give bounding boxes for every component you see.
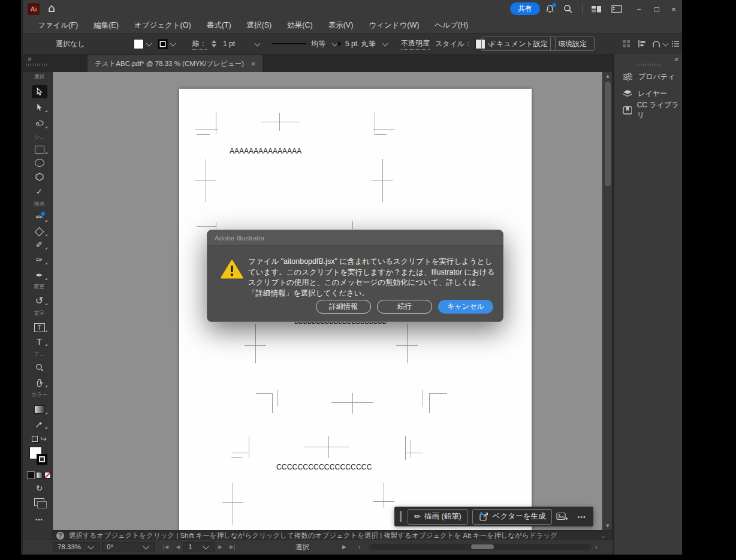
type-tool[interactable]: T	[26, 334, 53, 348]
scroll-down-icon[interactable]: ▼	[603, 523, 613, 528]
menu-edit[interactable]: 編集(E)	[86, 20, 126, 31]
vertical-scrollbar[interactable]: ▲ ▼	[602, 72, 613, 530]
prev-artboard-icon[interactable]: ◀	[176, 544, 180, 550]
notifications-bell-icon[interactable]	[545, 4, 554, 16]
continue-button[interactable]: 続行	[377, 300, 432, 314]
maximize-button[interactable]: □	[648, 0, 665, 18]
screen-mode-icon[interactable]	[26, 495, 53, 509]
menu-type[interactable]: 書式(T)	[199, 20, 239, 31]
artboard-text-a[interactable]: AAAAAAAAAAAAAAA	[230, 147, 301, 155]
eyedropper-tool[interactable]	[26, 417, 53, 431]
paintbrush-tool[interactable]: ✐	[26, 237, 53, 252]
align-objects-icon[interactable]	[638, 34, 646, 54]
direct-selection-tool[interactable]	[26, 100, 53, 115]
none-swatch-icon[interactable]	[44, 472, 51, 478]
zoom-level-select[interactable]: 78.33%	[53, 542, 99, 552]
help-icon[interactable]: ?	[56, 532, 64, 540]
rectangle-tool[interactable]	[26, 142, 53, 156]
edit-toolbar-icon[interactable]: •••	[26, 513, 53, 527]
app-icon-ai[interactable]: Ai	[28, 3, 40, 15]
scroll-left-icon[interactable]: ‹	[358, 540, 361, 553]
scroll-up-icon[interactable]: ▲	[603, 74, 613, 79]
last-artboard-icon[interactable]: ▶|	[230, 544, 235, 550]
hand-tool[interactable]	[26, 375, 53, 390]
hint-collapse-icon[interactable]: ⌄	[601, 532, 606, 539]
ellipse-tool[interactable]	[26, 155, 53, 170]
pencil-tool[interactable]: ✏	[26, 210, 53, 224]
dock-collapse-icon[interactable]: «	[674, 55, 678, 64]
tools-collapse-icon[interactable]: »	[28, 55, 32, 63]
search-icon[interactable]	[563, 4, 573, 16]
draw-mode-icon[interactable]: ↻	[26, 481, 53, 495]
align-grid-icon[interactable]	[622, 34, 631, 54]
fill-stroke-indicator[interactable]	[29, 447, 50, 467]
status-flyout-icon[interactable]: ▶	[342, 540, 346, 553]
swap-fill-stroke-icon[interactable]: ↪	[26, 432, 53, 446]
menu-help[interactable]: ヘルプ(H)	[427, 20, 476, 31]
opacity-link[interactable]: 不透明度	[401, 38, 430, 50]
shaper-tool[interactable]: ✓	[26, 184, 53, 198]
panel-tab-properties[interactable]: プロパティ	[614, 68, 682, 85]
cancel-button[interactable]: キャンセル	[438, 300, 493, 314]
stroke-width-dropdown-icon[interactable]	[255, 40, 261, 46]
details-button[interactable]: 詳細情報	[316, 300, 371, 314]
fill-dropdown-icon[interactable]	[146, 40, 152, 46]
menu-select[interactable]: 選択(S)	[239, 20, 280, 31]
polygon-tool[interactable]	[26, 170, 53, 184]
stroke-color-swatch[interactable]	[158, 39, 168, 49]
rotate-tool[interactable]: ↺	[26, 293, 53, 308]
scroll-right-icon[interactable]: ›	[595, 540, 598, 553]
menu-object[interactable]: オブジェクト(O)	[126, 20, 199, 31]
taskbar-grip[interactable]	[400, 511, 402, 522]
stroke-width-stepper[interactable]	[212, 40, 216, 47]
menu-effect[interactable]: 効果(C)	[279, 20, 320, 31]
share-button[interactable]: 共有	[510, 2, 540, 15]
brush-field[interactable]: 5 pt. 丸筆	[333, 38, 380, 50]
stroke-dropdown-icon[interactable]	[170, 40, 176, 46]
document-setup-button[interactable]: ドキュメント設定	[481, 37, 556, 51]
gradient-tool[interactable]	[26, 402, 53, 417]
rotation-select[interactable]: 0°	[102, 542, 155, 552]
corner-options-icon[interactable]	[652, 34, 669, 54]
control-panel-menu-icon[interactable]	[671, 34, 680, 54]
gradient-swatch-icon[interactable]	[36, 472, 43, 478]
minimize-button[interactable]: −	[631, 0, 647, 18]
document-tab[interactable]: テストABC.pdf* @ 78.33 % (CMYK/プレビュー) ×	[88, 55, 263, 72]
first-artboard-icon[interactable]: |◀	[163, 544, 168, 550]
selection-tool[interactable]	[26, 85, 53, 99]
color-swatch-icon[interactable]	[28, 472, 34, 478]
fill-color-swatch[interactable]	[134, 39, 144, 49]
home-icon[interactable]: ⌂	[48, 1, 55, 14]
menu-view[interactable]: 表示(V)	[321, 20, 361, 31]
panel-layout-icon[interactable]	[611, 5, 622, 16]
workspace-layout-icon[interactable]	[591, 5, 602, 16]
generate-image-icon[interactable]	[556, 512, 569, 521]
menu-window[interactable]: ウィンドウ(W)	[361, 20, 427, 31]
stroke-width-value[interactable]: 1 pt	[219, 38, 252, 50]
tab-close-icon[interactable]: ×	[251, 59, 256, 68]
dock-grip[interactable]	[636, 64, 661, 66]
vertical-scroll-thumb[interactable]	[605, 82, 611, 186]
panel-tab-cc-libraries[interactable]: CC ライブラリ	[614, 102, 682, 119]
preferences-button[interactable]: 環境設定	[550, 37, 595, 51]
width-profile-field[interactable]: 均等	[267, 38, 330, 50]
taskbar-more-icon[interactable]: •••	[577, 513, 586, 520]
tools-grip[interactable]	[26, 64, 47, 66]
horizontal-scrollbar[interactable]	[369, 544, 591, 550]
brush-dropdown-icon[interactable]	[382, 40, 388, 46]
color-type-toggle[interactable]	[26, 471, 53, 479]
stroke-swatch[interactable]	[37, 454, 47, 465]
pen-tool[interactable]: ✒	[26, 268, 53, 282]
generate-vectors-button[interactable]: ベクターを生成	[472, 509, 553, 525]
draw-pencil-button[interactable]: ✏ 描画 (鉛筆)	[408, 509, 468, 525]
touch-type-tool[interactable]: T	[26, 320, 53, 335]
eraser-tool[interactable]	[26, 224, 53, 239]
artboard-number-field[interactable]: 1	[183, 542, 215, 552]
zoom-tool[interactable]	[26, 360, 53, 375]
curvature-tool[interactable]: ✑	[26, 252, 53, 267]
close-button[interactable]: ×	[665, 0, 682, 18]
stroke-panel-link[interactable]: 線：	[192, 38, 207, 50]
lasso-tool[interactable]	[26, 116, 53, 131]
panel-tab-layers[interactable]: レイヤー	[614, 85, 682, 102]
next-artboard-icon[interactable]: ▶	[218, 544, 222, 550]
